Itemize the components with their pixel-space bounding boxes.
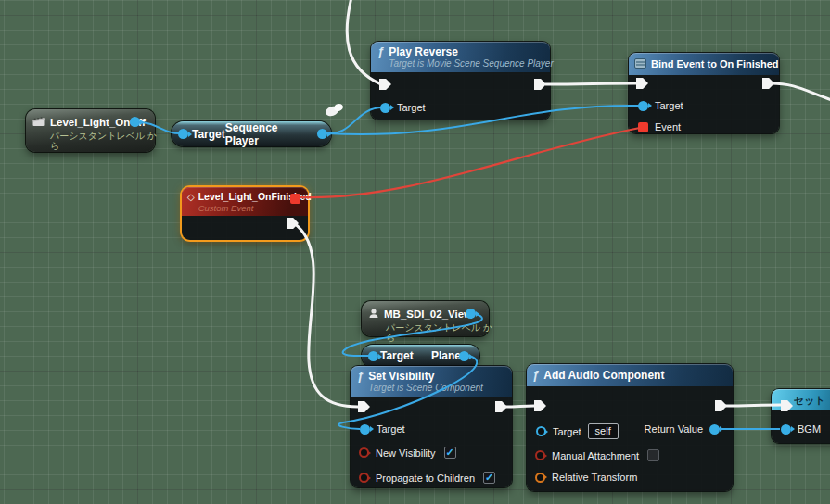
node-subtitle: Custom Event [198,203,312,213]
pin-label-event: Event [655,121,681,132]
node-title: MB_SDI_02_View [384,308,472,321]
pin-label-bgm: BGM [798,423,821,435]
level-sequence-icon [32,114,45,131]
node-title: Bind Event to On Finished [651,57,779,70]
exec-out-pin[interactable] [495,401,507,412]
target-input-pin[interactable] [638,101,648,111]
transform-pin-relative-transform[interactable] [535,472,545,483]
node-subtitle: パーシスタントレベル から [32,131,158,151]
pin-label-new-visibility: New Visibility [376,447,436,459]
node-set-bgm[interactable]: セット BGM [772,389,830,443]
pin-label-target: Target [380,349,414,362]
node-level-light-onoff[interactable]: Level_Light_OnOff パーシスタントレベル から [26,109,155,152]
node-title: Set Visibility [368,370,483,383]
function-icon: ƒ [532,369,539,382]
target-input-pin[interactable] [536,426,546,436]
exec-in-pin[interactable] [358,401,370,412]
bgm-input-pin[interactable] [781,424,791,435]
node-custom-event-level-light-onfinished[interactable]: ◇ Level_Light_OnFinished Custom Event [182,187,308,240]
bool-pin-manual-attachment[interactable] [535,450,545,460]
function-icon: ƒ [377,45,384,58]
wire-custom-event-to-bind-event-delegate [300,128,640,197]
target-input-pin[interactable] [380,103,390,113]
diamond-event-icon: ◇ [187,191,195,203]
node-subtitle: パーシスタントレベル から [368,322,493,343]
new-visibility-checkbox[interactable]: ✓ [444,447,456,459]
pin-label-return-value: Return Value [645,423,703,435]
propagate-to-children-checkbox[interactable]: ✓ [483,472,495,484]
object-output-pin[interactable] [317,129,327,139]
wire-exec-play-reverse-to-bind-event [545,83,637,84]
object-output-pin[interactable] [130,117,140,127]
delegate-icon [634,56,646,72]
node-mb-sdi-02-view[interactable]: MB_SDI_02_View パーシスタントレベル から [362,301,489,336]
node-subtitle: Target is Scene Component [368,383,483,394]
pin-label-propagate-to-children: Propagate to Children [376,472,475,484]
delegate-output-pin[interactable] [290,194,300,204]
target-self-field[interactable]: self [588,423,619,439]
node-add-audio-component[interactable]: ƒ Add Audio Component Target self Return… [527,364,733,491]
object-output-pin[interactable] [459,351,469,361]
exec-out-pin[interactable] [534,79,546,90]
node-get-sequence-player[interactable]: Target Sequence Player [172,121,331,146]
wire-exec-bind-event-to-offscreen [771,83,830,100]
pin-label-target: Target [397,102,426,113]
manual-attachment-checkbox[interactable] [647,449,659,461]
node-bind-event-to-on-finished[interactable]: Bind Event to On Finished Target Event [629,53,779,133]
blueprint-graph-canvas[interactable]: Level_Light_OnOff パーシスタントレベル から Target S… [0,0,830,504]
bool-pin-propagate-to-children[interactable] [359,472,369,483]
node-set-visibility[interactable]: ƒ Set Visibility Target is Scene Compone… [351,366,512,487]
object-output-pin[interactable] [466,309,476,319]
node-title: セット [794,395,825,406]
pin-label-target: Target [553,426,581,437]
pin-label-target: Target [192,128,225,141]
exec-in-pin[interactable] [534,400,546,411]
target-input-pin[interactable] [178,129,188,139]
bool-pin-new-visibility[interactable] [359,447,369,458]
function-icon: ƒ [357,370,364,383]
exec-in-pin[interactable] [636,78,648,89]
pin-label-relative-transform: Relative Transform [552,472,637,483]
pin-label-target: Target [377,423,405,435]
target-input-pin[interactable] [368,351,378,361]
node-title: Play Reverse [389,45,554,58]
exec-in-pin[interactable] [379,79,391,90]
wire-exec-custom-event-to-set-visibility [294,223,358,407]
node-title: Add Audio Component [543,369,664,382]
exec-out-pin[interactable] [287,218,299,229]
mouse-cursor [324,102,346,122]
return-value-output-pin[interactable] [709,424,720,435]
exec-out-pin[interactable] [715,400,727,411]
node-get-plane[interactable]: Target Plane [362,345,479,367]
event-input-pin[interactable] [638,122,648,132]
actor-icon [368,306,379,322]
pin-label-manual-attachment: Manual Attachment [552,450,639,461]
pin-label-sequence-player: Sequence Player [225,121,311,147]
pin-label-target: Target [655,100,683,111]
target-input-pin[interactable] [360,424,370,435]
pin-label-plane: Plane [431,349,461,362]
node-play-reverse[interactable]: ƒ Play Reverse Target is Movie Scene Seq… [371,42,550,120]
node-subtitle: Target is Movie Scene Sequence Player [389,58,554,69]
exec-out-pin[interactable] [762,78,774,89]
